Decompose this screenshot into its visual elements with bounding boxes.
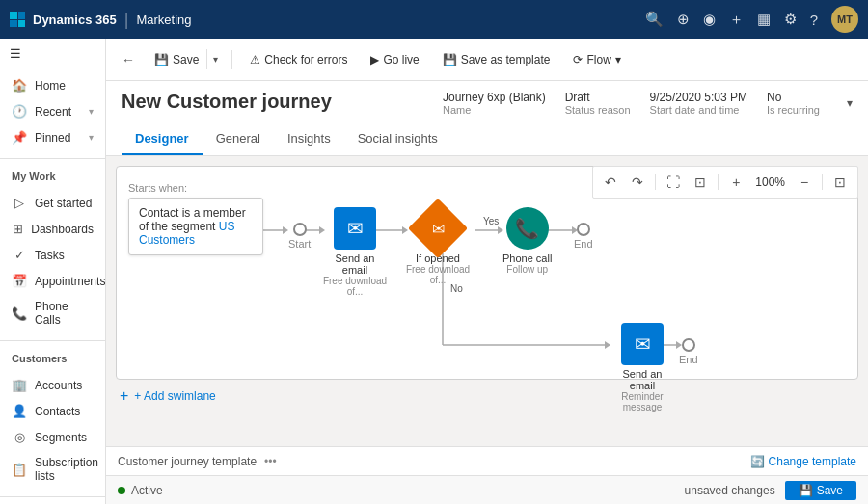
- zoom-out-icon[interactable]: −: [793, 171, 816, 194]
- meta-name: Journey 6xp (Blank) Name: [443, 91, 546, 116]
- email1-shape[interactable]: ✉: [334, 207, 376, 250]
- golive-icon: ▶: [370, 53, 379, 66]
- sidebar-item-recent[interactable]: 🕐 Recent ▾: [0, 98, 105, 124]
- sidebar-label-appointments: Appointments: [35, 275, 105, 288]
- tab-designer[interactable]: Designer: [122, 123, 203, 155]
- undo-icon[interactable]: ↶: [599, 171, 622, 194]
- filter-icon[interactable]: ▦: [757, 11, 771, 28]
- sidebar-item-dashboards[interactable]: ⊞ Dashboards: [0, 216, 105, 242]
- fit-icon[interactable]: ⊡: [828, 171, 852, 194]
- email1-node[interactable]: ✉ Send an email Free download of...: [321, 207, 389, 297]
- save-template-button[interactable]: 💾 Save as template: [433, 48, 560, 71]
- meta-date-label: Start date and time: [650, 104, 747, 116]
- status-save-icon: 💾: [799, 484, 813, 497]
- sidebar-item-home[interactable]: 🏠 Home: [0, 72, 105, 98]
- expand-icon[interactable]: ⛶: [662, 171, 685, 194]
- add-icon[interactable]: ＋: [729, 11, 744, 29]
- change-template-button[interactable]: 🔄 Change template: [750, 455, 856, 468]
- template-dots[interactable]: •••: [264, 455, 277, 468]
- sidebar: ☰ 🏠 Home 🕐 Recent ▾ 📌 Pinned ▾ My Work: [0, 39, 106, 504]
- save-dropdown-button[interactable]: ▾: [206, 49, 224, 69]
- page-header: New Customer journey Journey 6xp (Blank)…: [106, 81, 868, 156]
- grid-icon[interactable]: ⊡: [689, 171, 712, 194]
- start-dot: [293, 223, 307, 236]
- sidebar-label-home: Home: [35, 79, 94, 93]
- phone-shape[interactable]: 📞: [506, 207, 549, 250]
- end1-dot: [577, 223, 590, 236]
- designer-tabs: Designer General Insights Social insight…: [122, 123, 853, 155]
- sidebar-label-tasks: Tasks: [35, 249, 94, 262]
- save-button[interactable]: 💾 Save: [147, 48, 206, 71]
- segments-icon: ◎: [12, 430, 27, 444]
- search-icon[interactable]: 🔍: [645, 11, 664, 28]
- home-icon: 🏠: [12, 78, 27, 93]
- save-icon: 💾: [154, 53, 169, 66]
- sidebar-label-contacts: Contacts: [35, 405, 94, 418]
- save-label: Save: [173, 53, 199, 66]
- sidebar-item-tasks[interactable]: ✓ Tasks: [0, 242, 105, 268]
- sidebar-label-recent: Recent: [35, 105, 81, 119]
- toolbar-separator-1: [655, 174, 656, 190]
- status-save-button[interactable]: 💾 Save: [785, 481, 856, 500]
- go-live-label: Go live: [383, 53, 419, 66]
- help-icon[interactable]: ?: [810, 12, 818, 28]
- favorite-icon[interactable]: ⊕: [677, 11, 690, 28]
- meta-recurring: No Is recurring: [767, 91, 820, 116]
- email2-shape[interactable]: ✉: [621, 323, 664, 365]
- sidebar-item-contacts[interactable]: 👤 Contacts: [0, 398, 105, 424]
- save-button-group: 💾 Save ▾: [147, 48, 224, 71]
- designer-toolbar: ↶ ↷ ⛶ ⊡ + 100% − ⊡: [592, 166, 858, 199]
- sidebar-label-dashboards: Dashboards: [31, 223, 94, 236]
- sidebar-item-subscriptions[interactable]: 📋 Subscription lists: [0, 450, 105, 489]
- header-meta: Journey 6xp (Blank) Name Draft Status re…: [443, 91, 853, 116]
- zoom-in-icon[interactable]: +: [724, 171, 747, 194]
- sidebar-item-accounts[interactable]: 🏢 Accounts: [0, 372, 105, 398]
- condition-shape[interactable]: ✉: [408, 199, 468, 258]
- phone-node[interactable]: 📞 Phone call Follow up: [502, 207, 552, 275]
- phone-sublabel: Follow up: [506, 264, 548, 275]
- tab-general[interactable]: General: [203, 123, 274, 155]
- tab-insights[interactable]: Insights: [274, 123, 344, 155]
- recent-icon: 🕐: [12, 104, 27, 119]
- start-node: Start: [288, 223, 311, 250]
- sidebar-group-customers: Customers: [0, 345, 105, 368]
- end1-node: End: [574, 223, 593, 250]
- pin-icon: 📌: [12, 130, 27, 145]
- sidebar-item-pinned[interactable]: 📌 Pinned ▾: [0, 124, 105, 150]
- module-name: Marketing: [136, 13, 191, 27]
- email2-node[interactable]: ✉ Send an email Reminder message: [609, 323, 676, 412]
- sidebar-item-appointments[interactable]: 📅 Appointments: [0, 268, 105, 294]
- status-text: Active: [131, 484, 163, 497]
- status-right: unsaved changes 💾 Save: [685, 481, 856, 500]
- flow-label: Flow: [586, 53, 610, 66]
- sidebar-item-phonecalls[interactable]: 📞 Phone Calls: [0, 294, 105, 332]
- user-avatar[interactable]: MT: [831, 6, 858, 33]
- check-errors-button[interactable]: ⚠ Check for errors: [240, 48, 357, 71]
- cmd-separator-1: [231, 50, 232, 69]
- trigger-box[interactable]: Contact is a member of the segment US Cu…: [128, 198, 263, 255]
- hamburger-menu[interactable]: ☰: [0, 39, 105, 68]
- accounts-icon: 🏢: [12, 378, 27, 392]
- tab-social-insights[interactable]: Social insights: [344, 123, 451, 155]
- nav-divider: |: [124, 10, 129, 30]
- status-left: Active: [118, 484, 163, 497]
- condition-node[interactable]: ✉ If opened Free download of...: [404, 207, 472, 285]
- meta-name-label: Name: [443, 104, 546, 116]
- appointments-icon: 📅: [12, 274, 27, 288]
- end2-label: End: [679, 354, 698, 365]
- redo-icon[interactable]: ↷: [626, 171, 649, 194]
- sidebar-item-getstarted[interactable]: ▷ Get started: [0, 190, 105, 216]
- add-swimlane-button[interactable]: + + Add swimlane: [116, 387, 858, 405]
- tasks-icon: ✓: [12, 248, 27, 262]
- go-live-button[interactable]: ▶ Go live: [361, 48, 428, 71]
- getstarted-icon: ▷: [12, 196, 27, 210]
- location-icon[interactable]: ◉: [703, 11, 716, 28]
- back-button[interactable]: ←: [122, 52, 135, 67]
- expand-meta-button[interactable]: ▾: [847, 96, 853, 110]
- flow-button[interactable]: ⟳ Flow ▾: [563, 48, 630, 71]
- meta-status-value: Draft: [565, 91, 631, 104]
- sidebar-item-segments[interactable]: ◎ Segments: [0, 424, 105, 450]
- sidebar-label-pinned: Pinned: [35, 131, 81, 145]
- check-icon: ⚠: [250, 53, 260, 66]
- settings-icon[interactable]: ⚙: [784, 11, 797, 28]
